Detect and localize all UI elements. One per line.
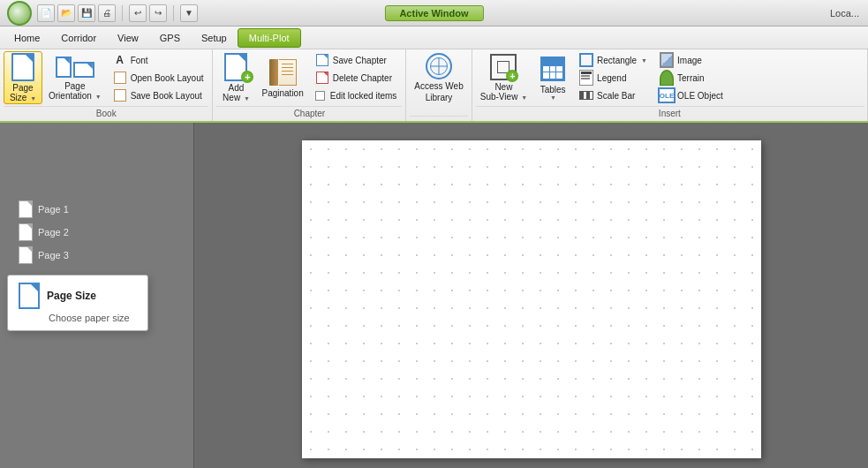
save-book-layout-button[interactable]: Save Book Layout <box>108 87 209 104</box>
dot-paper-canvas[interactable] <box>302 140 761 458</box>
access-web-label1: Access Web <box>414 81 463 91</box>
ribbon-group-insert: + New Sub-View ▼ <box>472 49 868 121</box>
menu-bar: Home Corridor View GPS Setup Multi-Plot <box>0 26 868 49</box>
sidebar: Page Size Choose paper size Page 1 Page … <box>0 123 194 468</box>
page-2-label: Page 2 <box>38 227 69 238</box>
chapter-group-label: Chapter <box>216 106 402 121</box>
ribbon: Page Size ▼ Page <box>0 49 868 123</box>
new-btn[interactable]: 📄 <box>37 4 55 22</box>
new-sub-view-button[interactable]: + New Sub-View ▼ <box>476 51 532 104</box>
delete-chapter-icon <box>315 71 329 85</box>
ole-object-icon: OLE <box>660 88 674 102</box>
chapter-small-group: Save Chapter Delete Chapter Edit locked … <box>310 51 403 104</box>
save-btn[interactable]: 💾 <box>78 4 95 22</box>
popup-title: Page Size <box>47 290 96 302</box>
tables-label: Tables <box>540 85 566 94</box>
scale-bar-label: Scale Bar <box>597 91 635 101</box>
customize-btn[interactable]: ▼ <box>180 4 198 22</box>
menu-corridor[interactable]: Corridor <box>50 28 107 48</box>
access-web-content: Access Web Library <box>410 51 467 114</box>
pagination-label: Pagination <box>261 88 303 98</box>
ole-object-label: OLE Object <box>677 91 723 101</box>
pagination-button[interactable]: Pagination <box>257 51 307 104</box>
popup-page-icon <box>19 283 40 309</box>
ribbon-group-book: Page Size ▼ Page <box>0 49 213 121</box>
page-3-label: Page 3 <box>38 250 69 260</box>
chapter-group-content: + Add New ▼ Pagination <box>216 51 402 104</box>
delete-chapter-label: Delete Chapter <box>333 73 392 83</box>
page-1-label: Page 1 <box>38 204 69 215</box>
scale-bar-button[interactable]: Scale Bar <box>574 87 653 104</box>
insert-group-content: + New Sub-View ▼ <box>476 51 864 104</box>
menu-gps[interactable]: GPS <box>149 28 191 48</box>
page-3-icon <box>19 246 33 264</box>
font-button[interactable]: A Font <box>108 52 209 69</box>
save-book-layout-label: Save Book Layout <box>131 91 202 101</box>
ribbon-group-access-web: Access Web Library <box>406 49 472 121</box>
legend-label: Legend <box>597 73 626 83</box>
legend-icon <box>579 71 593 85</box>
image-icon <box>660 53 674 67</box>
image-button[interactable]: Image <box>654 52 728 69</box>
open-book-icon <box>113 71 127 85</box>
page-size-label2: Size ▼ <box>10 93 36 102</box>
canvas-area <box>194 123 868 468</box>
tables-icon-el <box>539 55 567 83</box>
pagination-icon <box>268 58 297 87</box>
page-2-item[interactable]: Page 2 <box>15 221 189 244</box>
page-size-icon <box>9 53 37 81</box>
rectangle-label: Rectangle <box>597 56 637 65</box>
save-book-icon <box>113 88 127 102</box>
page-orientation-label: Page <box>64 81 85 91</box>
book-group-label: Book <box>4 106 208 121</box>
edit-locked-checkbox[interactable] <box>315 91 325 101</box>
access-web-icon <box>425 53 453 79</box>
popup-description: Choose paper size <box>49 313 137 323</box>
menu-multi-plot[interactable]: Multi-Plot <box>238 28 301 48</box>
page-2-icon <box>19 223 33 241</box>
title-bar: 📄 📂 💾 🖨 ↩ ↪ ▼ Active Window Loca... <box>0 0 868 26</box>
rectangle-icon <box>579 53 593 67</box>
save-chapter-icon <box>315 53 329 67</box>
menu-setup[interactable]: Setup <box>191 28 238 48</box>
new-sub-view-icon: + <box>489 54 517 80</box>
page-size-button[interactable]: Page Size ▼ <box>4 51 42 104</box>
scale-bar-icon <box>579 88 593 102</box>
print-btn[interactable]: 🖨 <box>98 4 116 22</box>
insert-small-group-right: Image Terrain OLE OLE Object <box>654 51 728 104</box>
page-1-item[interactable]: Page 1 <box>15 198 189 221</box>
save-chapter-label: Save Chapter <box>333 56 387 65</box>
page-size-popup: Page Size Choose paper size <box>7 275 148 331</box>
menu-view[interactable]: View <box>107 28 149 48</box>
rectangle-button[interactable]: Rectangle ▼ <box>574 52 653 69</box>
tables-button[interactable]: Tables ▼ <box>533 51 572 104</box>
ole-object-button[interactable]: OLE OLE Object <box>654 87 728 104</box>
menu-home[interactable]: Home <box>4 28 50 48</box>
edit-locked-button[interactable]: Edit locked items <box>310 87 403 104</box>
undo-btn[interactable]: ↩ <box>129 4 147 22</box>
insert-small-group-left: Rectangle ▼ Legend <box>574 51 653 104</box>
add-new-button[interactable]: + Add New ▼ <box>216 51 255 104</box>
page-3-item[interactable]: Page 3 <box>15 244 189 267</box>
page-orientation-button[interactable]: Page Orientation ▼ <box>44 51 106 104</box>
legend-button[interactable]: Legend <box>574 70 653 87</box>
edit-locked-label: Edit locked items <box>330 91 397 101</box>
main-area: Page Size Choose paper size Page 1 Page … <box>0 123 868 468</box>
title-bar-tools: 📄 📂 💾 🖨 ↩ ↪ ▼ <box>37 4 198 22</box>
separator1 <box>122 5 123 21</box>
app-logo <box>7 1 32 26</box>
page-size-label: Page <box>12 83 33 93</box>
separator2 <box>173 5 174 21</box>
access-web-label2: Library <box>426 93 453 102</box>
page-list: Page 1 Page 2 Page 3 <box>4 198 189 267</box>
terrain-label: Terrain <box>677 73 705 83</box>
open-btn[interactable]: 📂 <box>57 4 75 22</box>
access-web-group-label <box>410 116 467 121</box>
save-chapter-button[interactable]: Save Chapter <box>310 52 403 69</box>
access-web-button[interactable]: Access Web Library <box>410 51 467 104</box>
terrain-button[interactable]: Terrain <box>654 70 728 87</box>
delete-chapter-button[interactable]: Delete Chapter <box>310 70 403 87</box>
open-book-layout-button[interactable]: Open Book Layout <box>108 70 209 87</box>
add-new-icon: + <box>222 53 250 81</box>
redo-btn[interactable]: ↪ <box>149 4 167 22</box>
